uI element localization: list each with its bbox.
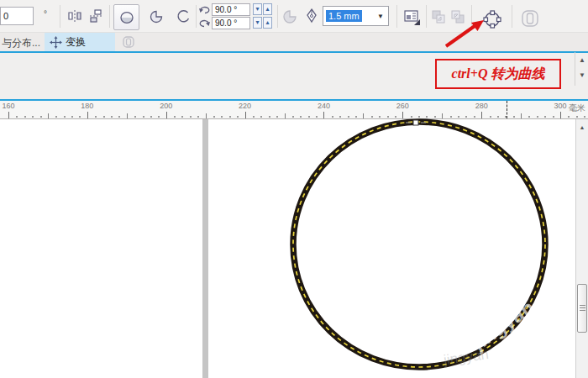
outline-pen-button[interactable] bbox=[302, 7, 321, 25]
change-direction-icon bbox=[281, 8, 298, 25]
ruler-tick bbox=[55, 116, 57, 118]
ruler-tick bbox=[237, 116, 239, 118]
rotation-angle-input[interactable]: 0 bbox=[0, 7, 34, 25]
combobox-dropdown-icon[interactable]: ▼ bbox=[377, 13, 384, 20]
ruler-tick bbox=[166, 112, 167, 118]
ruler-tick bbox=[32, 116, 34, 118]
convert-to-curves-button[interactable] bbox=[481, 8, 503, 30]
ruler-tick bbox=[584, 116, 585, 118]
ruler-label: 260 bbox=[396, 102, 409, 110]
ruler-tick bbox=[434, 116, 436, 118]
ruler-tick bbox=[332, 116, 333, 118]
tab-transform-label: 变换 bbox=[66, 35, 86, 50]
ruler-tick bbox=[465, 116, 467, 118]
ruler-tick bbox=[181, 116, 183, 118]
convert-outline-to-object-button[interactable] bbox=[519, 8, 541, 29]
transform-icon bbox=[50, 36, 62, 49]
ruler-tick bbox=[402, 112, 403, 118]
arc-mode-button[interactable] bbox=[171, 4, 195, 29]
behind-button[interactable] bbox=[449, 8, 467, 26]
ruler-tick bbox=[229, 116, 231, 118]
start-angle-input[interactable]: 90.0 ° bbox=[212, 3, 250, 16]
start-angle-down-button[interactable]: ▾ bbox=[253, 3, 262, 15]
ruler-tick bbox=[316, 116, 318, 118]
property-bar: 0 ° bbox=[0, 0, 588, 33]
ruler-tick bbox=[269, 116, 270, 118]
end-angle-input[interactable]: 90.0 ° bbox=[212, 17, 250, 29]
ruler-tick bbox=[418, 116, 420, 118]
drawing-canvas[interactable] bbox=[0, 119, 588, 378]
ruler-tick bbox=[40, 116, 42, 118]
ruler-tick bbox=[553, 116, 554, 118]
ruler-tick bbox=[537, 116, 538, 118]
ruler-tick bbox=[143, 116, 144, 118]
docker-scroll-down-button[interactable]: ▼ bbox=[575, 67, 588, 82]
separator bbox=[426, 5, 427, 28]
ruler-tick bbox=[16, 116, 18, 118]
docker-scroll-up-button[interactable]: ▲ bbox=[575, 52, 588, 67]
behind-icon bbox=[449, 8, 466, 25]
ruler-label: 220 bbox=[239, 102, 251, 110]
end-angle-down-button[interactable]: ▾ bbox=[253, 17, 262, 29]
vertical-scrollbar[interactable]: ▲ bbox=[575, 119, 588, 378]
docker-scroll-buttons: ▲ ▼ bbox=[575, 52, 588, 86]
annotation-text: ctrl+Q 转为曲线 bbox=[452, 66, 545, 83]
ruler-tick bbox=[544, 116, 546, 118]
ruler-tick bbox=[150, 116, 152, 118]
rotation-angle-value: 0 bbox=[3, 11, 8, 21]
ruler-tick bbox=[79, 116, 81, 118]
ruler-tick bbox=[568, 116, 570, 118]
end-angle-value: 90.0 ° bbox=[215, 18, 237, 28]
tab-align-distribute[interactable]: 与分布... bbox=[2, 36, 40, 50]
ruler-tick bbox=[513, 116, 515, 118]
convert-outline-to-object-icon bbox=[520, 8, 540, 29]
end-angle-up-button[interactable]: ▴ bbox=[263, 17, 272, 29]
start-angle-up-button[interactable]: ▴ bbox=[263, 3, 272, 15]
ruler-tick bbox=[221, 116, 223, 118]
ruler-tick bbox=[348, 116, 349, 118]
arc-icon bbox=[174, 8, 192, 25]
tab-transform[interactable]: 变换 bbox=[45, 33, 115, 51]
change-direction-button[interactable] bbox=[281, 8, 299, 26]
outline-width-combobox[interactable]: 1.5 mm ▼ bbox=[323, 6, 389, 26]
ruler-tick bbox=[118, 116, 120, 118]
separator bbox=[471, 5, 472, 28]
ruler-tick bbox=[426, 116, 428, 118]
ruler-tick bbox=[276, 116, 278, 118]
ruler-tick bbox=[497, 116, 499, 118]
ruler-tick bbox=[528, 116, 530, 118]
scrollbar-up-button[interactable]: ▲ bbox=[576, 121, 588, 133]
mirror-horizontal-button[interactable] bbox=[66, 7, 84, 25]
pie-mode-button[interactable] bbox=[144, 4, 168, 29]
annotation-box: ctrl+Q 转为曲线 bbox=[435, 59, 561, 89]
ellipse-mode-button[interactable] bbox=[113, 4, 139, 30]
ruler-tick bbox=[339, 116, 341, 118]
scrollbar-thumb[interactable] bbox=[577, 284, 587, 333]
ruler-tick bbox=[206, 113, 207, 118]
in-front-of-icon bbox=[430, 8, 447, 25]
ruler-tick bbox=[308, 116, 310, 118]
ruler-tick bbox=[458, 116, 459, 118]
ruler-tick bbox=[371, 116, 373, 118]
outline-pen-icon bbox=[304, 8, 319, 24]
horizontal-ruler: 160180200220240260280300 毫米 bbox=[0, 99, 588, 119]
ruler-tick bbox=[95, 116, 97, 118]
pie-icon bbox=[147, 8, 165, 25]
ruler-label: 240 bbox=[318, 102, 330, 110]
ruler-tick bbox=[8, 112, 9, 118]
ruler-tick bbox=[285, 113, 286, 118]
ruler-tick bbox=[127, 113, 128, 118]
wrap-text-button[interactable] bbox=[402, 7, 422, 27]
ellipse-icon bbox=[118, 9, 136, 26]
separator bbox=[512, 5, 512, 28]
ruler-tick bbox=[481, 112, 482, 118]
ruler-cursor-marker bbox=[507, 101, 507, 118]
page-edge-shadow bbox=[202, 119, 208, 378]
ruler-tick bbox=[395, 116, 396, 118]
mirror-vertical-button[interactable] bbox=[87, 7, 105, 25]
mirror-vertical-icon bbox=[88, 8, 103, 24]
ruler-tick bbox=[355, 116, 357, 118]
ruler-tick bbox=[323, 112, 324, 118]
in-front-of-button[interactable] bbox=[429, 8, 448, 26]
ruler-tick bbox=[158, 116, 160, 118]
